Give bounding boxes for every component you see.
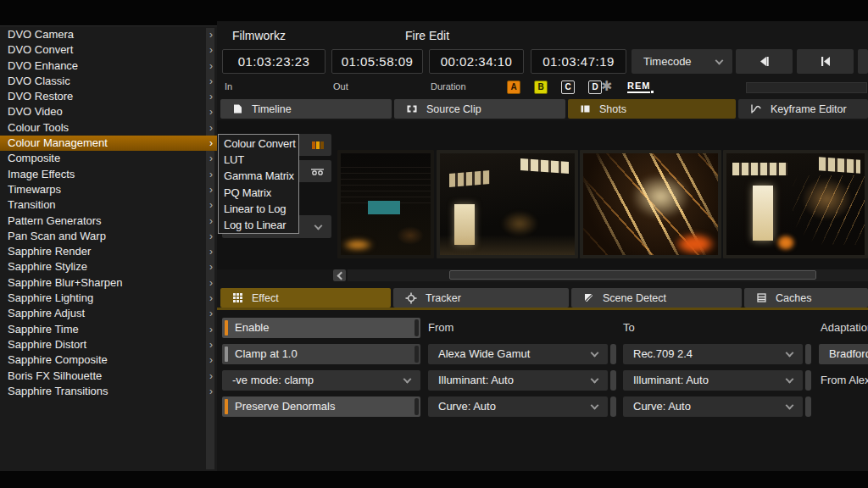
menu-item-colour-management[interactable]: Colour Management xyxy=(0,136,217,151)
effect-panel: Enable Clamp at 1.0 -ve mode: clamp Pres… xyxy=(217,310,868,471)
chevron-down-icon xyxy=(786,349,794,358)
tab-tracker[interactable]: Tracker xyxy=(393,288,569,308)
to-column-header: To xyxy=(623,321,635,334)
tab-caches[interactable]: Caches xyxy=(744,288,868,308)
clip-thumbnail-3[interactable] xyxy=(580,150,721,258)
duration-timecode-field[interactable]: 00:02:34:10 xyxy=(429,49,524,74)
in-timecode-field[interactable]: 01:03:23:23 xyxy=(222,49,326,74)
menu-item-sapphire-composite[interactable]: Sapphire Composite xyxy=(0,352,217,368)
dropdown-value: Rec.709 2.4 xyxy=(633,347,693,360)
menu-item-dvo-restore[interactable]: DVO Restore xyxy=(0,89,217,104)
toggle-notch xyxy=(415,398,419,415)
tab-scene-detect[interactable]: Scene Detect xyxy=(571,288,742,308)
shots-icon xyxy=(580,103,591,114)
tab-timeline[interactable]: Timeline xyxy=(220,99,392,119)
menu-item-dvo-camera[interactable]: DVO Camera xyxy=(0,27,217,42)
menu-item-sapphire-time[interactable]: Sapphire Time xyxy=(0,322,217,337)
menu-item-dvo-enhance[interactable]: DVO Enhance xyxy=(0,58,217,74)
current-timecode-field[interactable]: 01:03:47:19 xyxy=(531,49,626,74)
wildcard-indicator[interactable]: ✱ xyxy=(601,78,612,94)
tab-effect[interactable]: Effect xyxy=(220,288,391,308)
toggle-on-indicator xyxy=(225,399,228,414)
submenu-arrow-icon xyxy=(209,306,213,321)
mark-b-button[interactable]: B xyxy=(534,80,548,94)
menu-item-pattern-generators[interactable]: Pattern Generators xyxy=(0,214,217,229)
clip-scrollbar-thumb[interactable] xyxy=(449,270,816,280)
dropdown-value: Illuminant: Auto xyxy=(633,374,709,386)
to-illuminant-dropdown[interactable]: Illuminant: Auto xyxy=(623,370,803,391)
go-to-start-button[interactable] xyxy=(797,49,854,74)
mark-c-button[interactable]: C xyxy=(561,80,575,94)
clip-thumbnail-4[interactable] xyxy=(723,150,868,258)
dropdown-handle[interactable] xyxy=(805,396,811,417)
submenu-arrow-icon xyxy=(209,74,213,89)
filmstrip-color-icon xyxy=(311,141,325,150)
tab-label: Scene Detect xyxy=(603,292,666,304)
menu-item-sapphire-blur-sharpen[interactable]: Sapphire Blur+Sharpen xyxy=(0,275,217,291)
clip-scrollbar-track[interactable] xyxy=(348,269,868,281)
scroll-left-button[interactable] xyxy=(333,269,346,281)
to-gamut-dropdown[interactable]: Rec.709 2.4 xyxy=(623,344,803,364)
menu-item-sapphire-stylize[interactable]: Sapphire Stylize xyxy=(0,259,217,274)
menu-item-dvo-video[interactable]: DVO Video xyxy=(0,104,217,119)
dropdown-handle[interactable] xyxy=(805,344,811,364)
tab-source-clip[interactable]: Source Clip xyxy=(394,99,565,119)
clip-thumbnail-1[interactable] xyxy=(337,150,434,258)
transport-button-clipped[interactable] xyxy=(858,49,868,74)
from-curve-dropdown[interactable]: Curve: Auto xyxy=(428,396,608,417)
submenu-item-log-to-linear[interactable]: Log to Linear xyxy=(219,217,298,233)
mark-a-button[interactable]: A xyxy=(507,80,520,94)
menu-item-timewarps[interactable]: Timewarps xyxy=(0,182,217,197)
dropdown-handle[interactable] xyxy=(610,370,616,391)
menu-item-pan-scan-and-warp[interactable]: Pan Scan and Warp xyxy=(0,229,217,244)
submenu-item-gamma-matrix[interactable]: Gamma Matrix xyxy=(219,168,298,184)
chevron-down-icon xyxy=(314,221,323,230)
to-curve-dropdown[interactable]: Curve: Auto xyxy=(623,396,803,417)
source-clip-icon xyxy=(406,103,418,114)
clip-thumbnail-2[interactable] xyxy=(437,150,578,258)
from-column-header: From xyxy=(428,321,453,334)
tab-shots[interactable]: Shots xyxy=(568,99,736,119)
submenu-arrow-icon xyxy=(209,182,213,197)
menu-item-colour-tools[interactable]: Colour Tools xyxy=(0,120,217,136)
toggle-off-indicator xyxy=(225,347,228,362)
chevron-down-icon xyxy=(403,375,412,384)
mark-d-button[interactable]: D xyxy=(588,80,602,94)
dropdown-handle[interactable] xyxy=(610,344,616,364)
menu-item-sapphire-transitions[interactable]: Sapphire Transitions xyxy=(0,384,217,399)
step-back-icon xyxy=(758,55,771,68)
menu-item-dvo-classic[interactable]: DVO Classic xyxy=(0,74,217,89)
step-back-button[interactable] xyxy=(736,49,793,74)
menu-item-boris-fx-silhouette[interactable]: Boris FX Silhouette xyxy=(0,369,217,384)
clamp-toggle[interactable]: Clamp at 1.0 xyxy=(222,344,420,364)
timecode-mode-select[interactable]: Timecode xyxy=(632,49,732,74)
adaptation-dropdown[interactable]: Bradford xyxy=(819,344,868,364)
menu-item-sapphire-lighting[interactable]: Sapphire Lighting xyxy=(0,291,217,306)
submenu-item-colour-convert[interactable]: Colour Convert xyxy=(219,136,298,152)
neg-mode-dropdown[interactable]: -ve mode: clamp xyxy=(222,370,420,391)
menu-list: DVO Camera DVO Convert DVO Enhance DVO C… xyxy=(0,27,217,399)
dropdown-handle[interactable] xyxy=(610,396,616,417)
menu-item-image-effects[interactable]: Image Effects xyxy=(0,167,217,182)
submenu-item-lut[interactable]: LUT xyxy=(219,152,298,168)
menu-item-dvo-convert[interactable]: DVO Convert xyxy=(0,42,217,58)
from-illuminant-dropdown[interactable]: Illuminant: Auto xyxy=(428,370,608,391)
caches-stack-icon xyxy=(756,292,767,303)
rem-button[interactable]: REM xyxy=(627,80,650,93)
submenu-item-pq-matrix[interactable]: PQ Matrix xyxy=(219,185,298,201)
enable-toggle[interactable]: Enable xyxy=(222,318,420,338)
submenu-item-linear-to-log[interactable]: Linear to Log xyxy=(219,201,298,217)
out-timecode-field[interactable]: 01:05:58:09 xyxy=(331,49,423,74)
menu-item-composite[interactable]: Composite xyxy=(0,151,217,166)
tab-keyframe-editor[interactable]: Keyframe Editor xyxy=(738,99,868,119)
menu-item-sapphire-distort[interactable]: Sapphire Distort xyxy=(0,337,217,352)
from-gamut-dropdown[interactable]: Alexa Wide Gamut xyxy=(428,344,608,364)
keyframe-editor-icon xyxy=(750,103,762,114)
preserve-denormals-toggle[interactable]: Preserve Denormals xyxy=(222,396,420,417)
menu-item-sapphire-render[interactable]: Sapphire Render xyxy=(0,244,217,259)
menu-item-sapphire-adjust[interactable]: Sapphire Adjust xyxy=(0,306,217,321)
dropdown-value: Bradford xyxy=(829,347,868,360)
menu-item-transition[interactable]: Transition xyxy=(0,197,217,213)
dropdown-handle[interactable] xyxy=(805,370,811,391)
tab-label: Tracker xyxy=(426,292,461,304)
